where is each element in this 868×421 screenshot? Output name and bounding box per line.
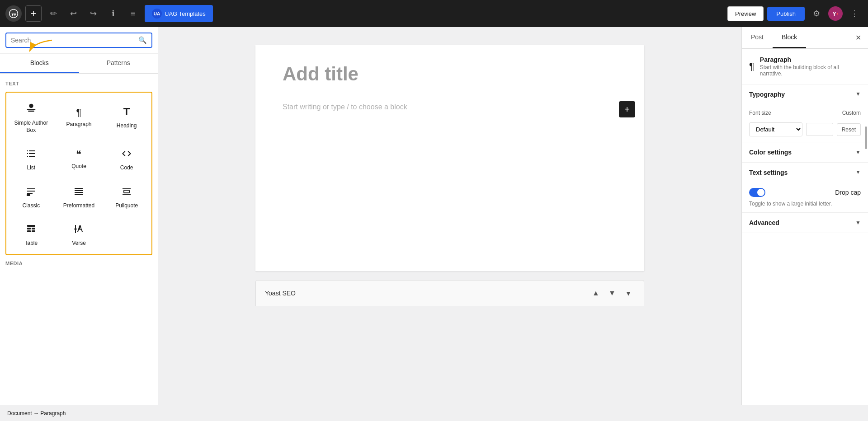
block-label-paragraph: Paragraph bbox=[66, 121, 91, 128]
block-item-classic[interactable]: Classic bbox=[8, 179, 54, 215]
typography-accordion-header[interactable]: Typography ▲ bbox=[742, 84, 868, 104]
font-size-labels-row: Font size Custom bbox=[749, 110, 861, 119]
verse-block-icon bbox=[73, 224, 84, 236]
block-label-code: Code bbox=[120, 164, 133, 172]
tabs-row: Blocks Patterns bbox=[0, 54, 158, 74]
font-size-select[interactable]: Default Small Normal Medium Large X-Larg… bbox=[749, 122, 802, 136]
svg-rect-3 bbox=[28, 111, 34, 112]
svg-rect-9 bbox=[29, 156, 35, 157]
text-settings-section: Text settings ▲ Drop cap Toggle to show … bbox=[742, 163, 868, 213]
table-block-icon bbox=[26, 224, 37, 236]
paragraph-block-type-icon: ¶ bbox=[749, 61, 755, 72]
breadcrumb: Document → Paragraph bbox=[7, 410, 66, 416]
yoast-icon[interactable]: Y ● bbox=[828, 6, 843, 21]
svg-rect-7 bbox=[29, 153, 35, 154]
search-input[interactable] bbox=[11, 37, 135, 44]
typography-section: Typography ▲ Font size Custom Default Sm… bbox=[742, 84, 868, 142]
block-info-header: ¶ Paragraph Start with the building bloc… bbox=[742, 49, 868, 84]
right-sidebar-close-button[interactable]: ✕ bbox=[852, 32, 864, 44]
block-label-table: Table bbox=[24, 240, 38, 247]
drop-cap-toggle[interactable] bbox=[749, 188, 765, 197]
advanced-label: Advanced bbox=[749, 219, 779, 226]
settings-button[interactable]: ⚙ bbox=[808, 5, 825, 22]
yoast-down-button[interactable]: ▼ bbox=[606, 287, 618, 299]
typography-chevron-icon: ▲ bbox=[855, 91, 861, 98]
redo-button[interactable]: ↪ bbox=[85, 5, 101, 22]
svg-rect-11 bbox=[27, 191, 35, 192]
block-label-heading: Heading bbox=[117, 122, 137, 130]
typography-label: Typography bbox=[749, 91, 785, 98]
color-settings-label: Color settings bbox=[749, 149, 792, 156]
svg-rect-4 bbox=[27, 150, 28, 151]
block-item-verse[interactable]: Verse bbox=[56, 216, 102, 253]
tab-blocks[interactable]: Blocks bbox=[0, 54, 79, 73]
main-toolbar: + ✏ ↩ ↪ ℹ ≡ UA UAG Templates Preview Pub… bbox=[0, 0, 868, 27]
info-button[interactable]: ℹ bbox=[105, 5, 121, 22]
drop-cap-row: Drop cap bbox=[749, 188, 861, 197]
svg-rect-5 bbox=[29, 150, 35, 151]
tab-patterns[interactable]: Patterns bbox=[79, 54, 158, 73]
svg-rect-16 bbox=[75, 192, 83, 193]
svg-rect-14 bbox=[75, 188, 83, 189]
font-size-controls: Font size Custom Default Small Normal Me… bbox=[749, 110, 861, 136]
search-icon[interactable]: 🔍 bbox=[138, 36, 147, 44]
classic-block-icon bbox=[26, 186, 37, 199]
quote-block-icon: ❝ bbox=[76, 150, 81, 159]
block-item-paragraph[interactable]: ¶ Paragraph bbox=[56, 94, 102, 139]
uag-templates-button[interactable]: UA UAG Templates bbox=[145, 5, 213, 22]
editor-add-button[interactable]: + bbox=[619, 101, 635, 117]
reset-button[interactable]: Reset bbox=[837, 123, 861, 136]
advanced-accordion-header[interactable]: Advanced ▼ bbox=[742, 213, 868, 233]
svg-rect-17 bbox=[75, 194, 83, 195]
block-item-list[interactable]: List bbox=[8, 141, 54, 177]
sidebar-content: TEXT Simple Author Box ¶ Paragraph bbox=[0, 74, 158, 405]
block-item-table[interactable]: Table bbox=[8, 216, 54, 253]
list-view-button[interactable]: ≡ bbox=[125, 5, 141, 22]
tools-button[interactable]: ✏ bbox=[45, 5, 61, 22]
block-label-list: List bbox=[27, 164, 35, 172]
publish-button[interactable]: Publish bbox=[767, 7, 805, 21]
section-text-label: TEXT bbox=[5, 81, 152, 86]
list-block-icon bbox=[26, 148, 37, 161]
block-item-heading[interactable]: Heading bbox=[104, 94, 150, 139]
advanced-chevron-icon: ▼ bbox=[855, 220, 861, 226]
svg-rect-21 bbox=[27, 225, 35, 227]
block-item-quote[interactable]: ❝ Quote bbox=[56, 141, 102, 177]
undo-button[interactable]: ↩ bbox=[65, 5, 81, 22]
svg-rect-12 bbox=[27, 193, 33, 194]
block-item-code[interactable]: Code bbox=[104, 141, 150, 177]
yoast-collapse-button[interactable]: ▾ bbox=[622, 287, 635, 299]
color-settings-accordion-header[interactable]: Color settings ▼ bbox=[742, 142, 868, 162]
yoast-up-button[interactable]: ▲ bbox=[590, 287, 602, 299]
text-settings-chevron-icon: ▲ bbox=[855, 169, 861, 176]
custom-font-size-input[interactable] bbox=[806, 123, 833, 136]
svg-rect-15 bbox=[75, 190, 83, 191]
add-block-button[interactable]: + bbox=[25, 5, 42, 22]
right-tabs: Post Block ✕ bbox=[742, 27, 868, 49]
block-type-desc: Start with the building block of all nar… bbox=[760, 64, 861, 77]
svg-rect-13 bbox=[27, 194, 30, 196]
uag-avatar: UA bbox=[152, 9, 162, 19]
text-settings-accordion-header[interactable]: Text settings ▲ bbox=[742, 163, 868, 182]
svg-rect-25 bbox=[32, 230, 35, 232]
tab-block[interactable]: Block bbox=[773, 27, 806, 48]
block-item-preformatted[interactable]: Preformatted bbox=[56, 179, 102, 215]
block-item-pullquote[interactable]: Pullquote bbox=[104, 179, 150, 215]
font-size-label: Font size bbox=[749, 110, 771, 116]
editor-canvas: Add title Start writing or type / to cho… bbox=[255, 45, 644, 271]
block-item-simple-author-box[interactable]: Simple Author Box bbox=[8, 94, 54, 139]
tab-post[interactable]: Post bbox=[742, 27, 773, 48]
heading-block-icon bbox=[121, 106, 132, 119]
left-sidebar: 🔍 Blocks Patterns TEXT bbox=[0, 27, 158, 405]
editor-placeholder[interactable]: Start writing or type / to choose a bloc… bbox=[283, 103, 617, 111]
preview-button[interactable]: Preview bbox=[727, 6, 764, 21]
more-options-button[interactable]: ⋮ bbox=[846, 5, 863, 22]
block-label-verse: Verse bbox=[72, 240, 86, 247]
svg-rect-18 bbox=[123, 188, 131, 189]
wp-logo[interactable] bbox=[5, 5, 22, 22]
svg-point-1 bbox=[29, 104, 33, 108]
color-settings-section: Color settings ▼ bbox=[742, 142, 868, 163]
preformatted-block-icon bbox=[73, 186, 84, 199]
toolbar-right: Preview Publish ⚙ Y ● ⋮ bbox=[727, 5, 863, 22]
editor-title[interactable]: Add title bbox=[255, 45, 644, 94]
